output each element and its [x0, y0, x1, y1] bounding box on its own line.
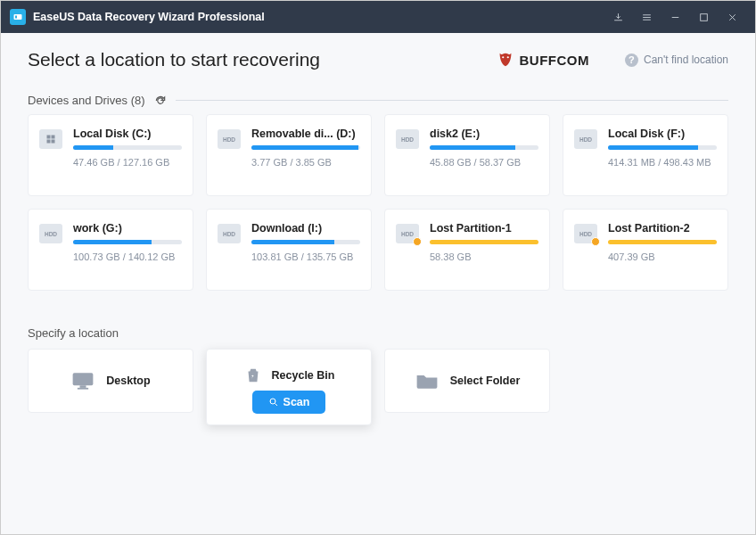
hdd-drive-icon — [396, 224, 419, 243]
warning-badge-icon — [413, 237, 422, 246]
brand-logo: BUFFCOM — [496, 50, 589, 70]
drive-card[interactable]: Removable di... (D:)3.77 GB / 3.85 GB — [206, 114, 372, 196]
drives-grid: Local Disk (C:)47.46 GB / 127.16 GBRemov… — [28, 114, 728, 291]
app-icon — [10, 9, 26, 25]
usage-bar — [608, 145, 717, 150]
drive-name: Removable di... (D:) — [251, 128, 360, 140]
location-recycle-bin-label: Recycle Bin — [272, 369, 335, 382]
hdd-drive-icon — [574, 129, 597, 149]
header-row: Select a location to start recovering BU… — [28, 49, 728, 70]
drive-card[interactable]: Download (I:)103.81 GB / 135.75 GB — [206, 209, 372, 291]
usage-bar — [608, 240, 717, 244]
usage-bar — [430, 145, 538, 150]
hdd-drive-icon — [396, 129, 419, 149]
drive-name: Lost Partition-2 — [608, 222, 717, 235]
desktop-icon — [70, 370, 95, 391]
drive-name: Local Disk (C:) — [73, 128, 182, 140]
svg-rect-0 — [14, 14, 22, 20]
drive-stats: 407.39 GB — [608, 251, 717, 262]
locations-grid: Desktop Recycle Bin Scan Select Folder — [28, 349, 728, 425]
content-area: Select a location to start recovering BU… — [1, 33, 755, 534]
hdd-drive-icon — [218, 129, 241, 149]
app-window: EaseUS Data Recovery Wizard Professional… — [0, 0, 756, 535]
drive-name: disk2 (E:) — [430, 128, 538, 140]
scan-button[interactable]: Scan — [252, 391, 325, 414]
close-button[interactable] — [718, 1, 746, 33]
drive-stats: 58.38 GB — [430, 251, 538, 262]
drive-stats: 103.81 GB / 135.75 GB — [251, 251, 360, 262]
drive-card[interactable]: work (G:)100.73 GB / 140.12 GB — [28, 209, 193, 291]
warning-badge-icon — [591, 237, 600, 246]
drive-name: Lost Partition-1 — [430, 222, 538, 235]
usage-bar — [430, 240, 538, 244]
drive-card[interactable]: Lost Partition-158.38 GB — [384, 209, 550, 291]
svg-rect-10 — [80, 385, 86, 388]
hdd-drive-icon — [574, 224, 597, 243]
specify-section-header: Specify a location — [28, 326, 728, 340]
svg-rect-5 — [47, 136, 51, 139]
refresh-icon[interactable] — [154, 95, 167, 107]
svg-point-3 — [503, 56, 505, 58]
drive-card[interactable]: Local Disk (C:)47.46 GB / 127.16 GB — [28, 114, 193, 196]
help-icon: ? — [625, 54, 638, 67]
usage-bar — [251, 145, 360, 150]
drive-stats: 414.31 MB / 498.43 MB — [608, 157, 717, 168]
usage-bar — [73, 145, 182, 150]
drive-name: work (G:) — [73, 222, 182, 235]
devices-section-label: Devices and Drives (8) — [28, 94, 145, 107]
drive-card[interactable]: Local Disk (F:)414.31 MB / 498.43 MB — [563, 114, 728, 196]
drive-name: Local Disk (F:) — [608, 128, 717, 140]
svg-rect-8 — [52, 140, 55, 144]
svg-rect-1 — [15, 16, 17, 19]
location-desktop-label: Desktop — [106, 374, 150, 387]
location-select-folder-label: Select Folder — [450, 374, 521, 387]
maximize-button[interactable] — [689, 1, 718, 33]
drive-stats: 100.73 GB / 140.12 GB — [73, 251, 182, 262]
drive-stats: 3.77 GB / 3.85 GB — [251, 157, 360, 168]
drive-card[interactable]: Lost Partition-2407.39 GB — [563, 209, 728, 291]
menu-icon[interactable] — [632, 1, 661, 33]
divider — [176, 100, 728, 101]
folder-icon — [415, 370, 440, 391]
svg-rect-7 — [47, 140, 51, 144]
devices-section-header: Devices and Drives (8) — [28, 94, 728, 107]
windows-drive-icon — [39, 129, 62, 149]
scan-button-label: Scan — [284, 396, 310, 408]
svg-rect-6 — [52, 136, 55, 139]
svg-rect-2 — [700, 13, 707, 21]
drive-name: Download (I:) — [251, 222, 360, 235]
usage-bar — [251, 240, 360, 244]
drive-stats: 47.46 GB / 127.16 GB — [73, 157, 182, 168]
svg-rect-9 — [73, 373, 94, 385]
recycle-bin-icon — [243, 366, 263, 385]
location-select-folder[interactable]: Select Folder — [384, 349, 550, 413]
usage-bar — [73, 240, 182, 244]
download-icon[interactable] — [604, 1, 632, 33]
drive-card[interactable]: disk2 (E:)45.88 GB / 58.37 GB — [384, 114, 550, 196]
location-desktop[interactable]: Desktop — [28, 349, 193, 413]
location-recycle-bin[interactable]: Recycle Bin Scan — [206, 349, 372, 425]
svg-rect-11 — [78, 388, 88, 390]
page-title: Select a location to start recovering — [28, 49, 320, 70]
minimize-button[interactable] — [661, 1, 689, 33]
titlebar: EaseUS Data Recovery Wizard Professional — [1, 1, 755, 33]
hdd-drive-icon — [39, 224, 62, 243]
help-link-label: Can't find location — [644, 54, 728, 66]
drive-stats: 45.88 GB / 58.37 GB — [430, 157, 538, 168]
brand-logo-text: BUFFCOM — [519, 53, 589, 68]
svg-point-4 — [507, 56, 509, 58]
scan-icon — [268, 397, 279, 407]
app-title: EaseUS Data Recovery Wizard Professional — [33, 11, 265, 23]
help-link[interactable]: ? Can't find location — [625, 54, 728, 67]
hdd-drive-icon — [218, 224, 241, 243]
specify-section-label: Specify a location — [28, 326, 119, 340]
